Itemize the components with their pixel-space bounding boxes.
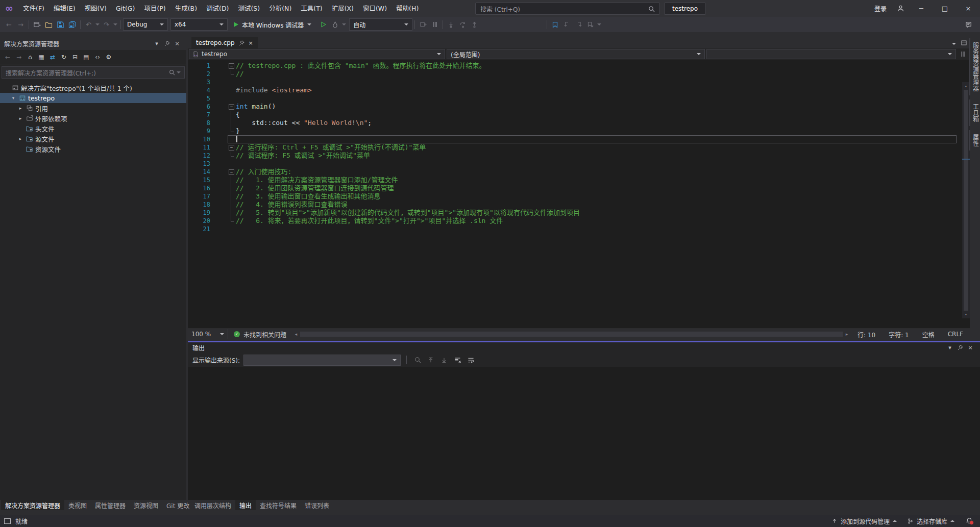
new-project-icon[interactable]	[31, 18, 43, 31]
sign-in-link[interactable]: 登录	[869, 4, 892, 13]
home-icon[interactable]: ⌂	[25, 52, 35, 62]
panel-tab[interactable]: 输出	[235, 500, 256, 510]
menu-item[interactable]: 调试(D)	[202, 0, 233, 17]
tree-row[interactable]: 头文件	[0, 123, 186, 134]
breakpoint-margin[interactable]	[216, 200, 228, 209]
open-file-icon[interactable]	[43, 18, 55, 31]
add-to-source-control-button[interactable]: 添加到源代码管理	[831, 517, 897, 525]
navigate-backward-icon[interactable]: ←	[3, 18, 15, 31]
code-line[interactable]: 7{	[188, 111, 970, 119]
save-icon[interactable]	[55, 18, 66, 31]
output-content[interactable]	[188, 367, 980, 500]
properties-icon[interactable]: ⚙	[104, 52, 114, 62]
prev-bookmark-icon[interactable]	[561, 18, 573, 31]
panel-tab[interactable]: 错误列表	[301, 500, 333, 510]
panel-tab[interactable]: 属性管理器	[91, 500, 130, 510]
code-line[interactable]: 13	[188, 160, 970, 168]
line-number[interactable]: 4	[188, 86, 216, 94]
notifications-bell-icon[interactable]	[965, 517, 974, 525]
step-out-icon[interactable]	[469, 18, 480, 31]
code-line[interactable]: 14−// 入门使用技巧:	[188, 168, 970, 176]
visual-studio-logo-icon[interactable]: ∞	[0, 0, 18, 17]
scrollbar-thumb[interactable]	[964, 90, 968, 311]
view-code-icon[interactable]: ‹›	[92, 52, 103, 62]
spaces-indicator[interactable]: 空格	[916, 330, 941, 339]
window-position-icon[interactable]: ▾	[945, 344, 955, 351]
line-number[interactable]: 12	[188, 152, 216, 160]
breakpoint-margin[interactable]	[216, 143, 228, 152]
tree-expander-icon[interactable]: ▸	[16, 136, 24, 141]
line-number[interactable]: 3	[188, 78, 216, 86]
clear-bookmarks-icon[interactable]	[584, 18, 596, 31]
fold-collapse-icon[interactable]: −	[229, 169, 234, 175]
menu-item[interactable]: 帮助(H)	[391, 0, 423, 17]
fold-collapse-icon[interactable]: −	[229, 145, 234, 150]
undo-icon[interactable]: ↶	[83, 18, 94, 31]
redo-dropdown-icon[interactable]	[112, 23, 118, 26]
menu-item[interactable]: 工具(T)	[296, 0, 327, 17]
panel-tab[interactable]: 解决方案资源管理器	[1, 500, 64, 510]
code-line[interactable]: 9}	[188, 127, 970, 135]
toolbar-overflow-icon[interactable]	[596, 23, 602, 26]
code-line[interactable]: 6−int main()	[188, 103, 970, 111]
code-line[interactable]: 4#include <iostream>	[188, 86, 970, 94]
tree-expander-icon[interactable]: ▾	[9, 95, 17, 101]
background-tasks-icon[interactable]	[4, 518, 11, 524]
code-line[interactable]: 1−// testrepo.cpp : 此文件包含 "main" 函数。程序执行…	[188, 62, 970, 70]
output-header[interactable]: 输出 ▾ ×	[188, 342, 980, 353]
code-editor[interactable]: 1−// testrepo.cpp : 此文件包含 "main" 函数。程序执行…	[188, 60, 970, 329]
scroll-down-icon[interactable]: ▾	[962, 311, 970, 318]
step-into-icon[interactable]	[445, 18, 457, 31]
back-icon[interactable]: ←	[3, 52, 13, 62]
breakpoint-margin[interactable]	[216, 135, 228, 143]
breakpoint-margin[interactable]	[216, 209, 228, 217]
line-number[interactable]: 13	[188, 160, 216, 168]
switch-views-icon[interactable]: ▦	[36, 52, 46, 62]
solution-name-badge[interactable]: testrepo	[665, 3, 705, 15]
zoom-dropdown[interactable]: 100 %	[188, 329, 228, 339]
menu-item[interactable]: 编辑(E)	[49, 0, 80, 17]
line-number[interactable]: 19	[188, 209, 216, 217]
minimize-button[interactable]: ─	[910, 0, 933, 17]
pin-icon[interactable]	[162, 41, 172, 46]
panel-tab[interactable]: Git 更改	[162, 500, 193, 510]
panel-tab[interactable]: 资源视图	[130, 500, 162, 510]
panel-tab[interactable]: 类视图	[64, 500, 91, 510]
scroll-left-icon[interactable]: ◂	[292, 332, 300, 337]
hot-reload-dropdown-icon[interactable]	[341, 23, 347, 26]
tree-row[interactable]: 解决方案"testrepo"(1 个项目/共 1 个)	[0, 83, 186, 93]
pin-icon[interactable]	[239, 40, 244, 46]
line-number[interactable]: 20	[188, 217, 216, 225]
code-line[interactable]: 20// 6. 将来，若要再次打开此项目，请转到"文件">"打开">"项目"并选…	[188, 217, 970, 225]
split-window-icon[interactable]	[958, 51, 969, 57]
breakpoint-margin[interactable]	[216, 86, 228, 94]
next-message-icon[interactable]	[439, 355, 449, 365]
close-icon[interactable]: ×	[172, 40, 182, 47]
account-icon[interactable]	[892, 5, 910, 12]
breakpoint-margin[interactable]	[216, 70, 228, 78]
undo-dropdown-icon[interactable]	[94, 23, 101, 26]
line-number[interactable]: 2	[188, 70, 216, 78]
menu-item[interactable]: 文件(F)	[18, 0, 49, 17]
line-number[interactable]: 17	[188, 192, 216, 200]
code-line[interactable]: 5	[188, 94, 970, 103]
line-number[interactable]: 10	[188, 135, 216, 143]
panel-tab[interactable]: 调用层次结构	[190, 500, 235, 510]
line-number[interactable]: 15	[188, 176, 216, 184]
find-message-icon[interactable]	[412, 355, 423, 365]
panel-tab[interactable]: 查找符号结果	[256, 500, 301, 510]
solution-search-input[interactable]: 搜索解决方案资源管理器(Ctrl+;)	[2, 66, 185, 79]
send-feedback-icon[interactable]	[963, 18, 975, 31]
break-all-icon[interactable]	[429, 18, 440, 31]
navigate-forward-icon[interactable]: →	[15, 18, 27, 31]
start-debugging-button[interactable]: 本地 Windows 调试器	[229, 18, 316, 31]
prev-message-icon[interactable]	[426, 355, 436, 365]
document-health-indicator[interactable]: ✓ 未找到相关问题	[228, 330, 292, 339]
start-without-debugging-icon[interactable]	[317, 18, 329, 31]
code-line[interactable]: 17// 3. 使用输出窗口查看生成输出和其他消息	[188, 192, 970, 200]
menu-item[interactable]: 视图(V)	[80, 0, 111, 17]
menu-item[interactable]: 测试(S)	[233, 0, 264, 17]
sync-active-document-icon[interactable]: ⇄	[47, 52, 58, 62]
code-line[interactable]: 10	[188, 135, 970, 143]
hot-reload-mode-dropdown[interactable]: 自动	[349, 18, 412, 31]
